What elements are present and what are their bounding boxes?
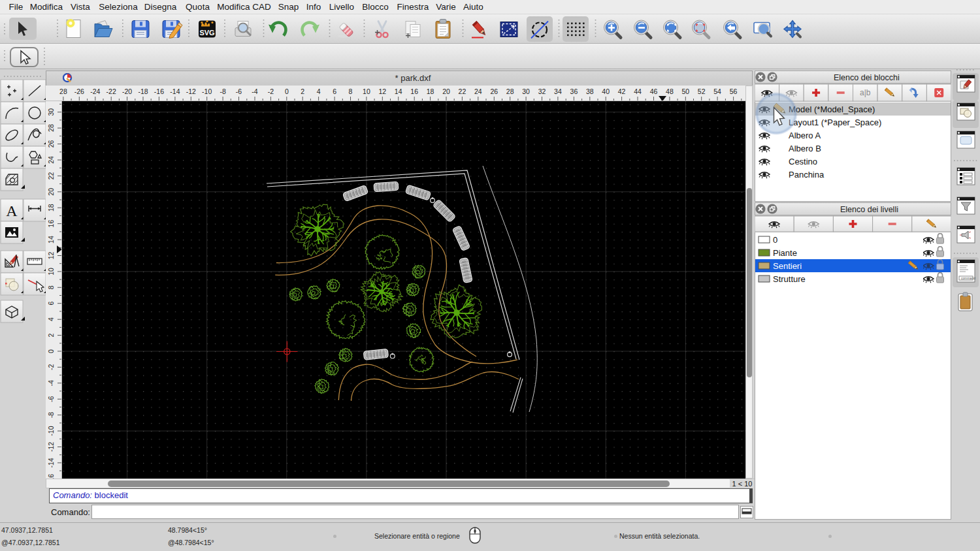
svg-text:-24: -24 <box>90 87 100 95</box>
svg-text:18: 18 <box>427 87 434 95</box>
svg-text:-6: -6 <box>47 396 55 401</box>
svg-text:A: A <box>6 202 18 219</box>
svg-text:38: 38 <box>586 87 594 95</box>
svg-text:26: 26 <box>490 87 498 95</box>
svg-text:4: 4 <box>317 87 321 95</box>
svg-text:6: 6 <box>333 87 336 95</box>
svg-text:48: 48 <box>666 87 674 95</box>
svg-text:-6: -6 <box>236 87 242 95</box>
svg-text:28: 28 <box>506 87 514 95</box>
svg-text:-4: -4 <box>252 87 257 95</box>
svg-text:22: 22 <box>459 87 466 95</box>
svg-text:18: 18 <box>47 204 55 212</box>
svg-text:54: 54 <box>713 87 721 95</box>
svg-text:36: 36 <box>570 87 578 95</box>
svg-text:20: 20 <box>442 87 450 95</box>
svg-text:-26: -26 <box>74 87 84 95</box>
svg-text:-8: -8 <box>220 87 225 95</box>
svg-text:8: 8 <box>47 285 55 289</box>
svg-text:10: 10 <box>47 268 55 276</box>
svg-text:2: 2 <box>301 87 304 95</box>
svg-text:12: 12 <box>47 252 55 260</box>
svg-text:-8: -8 <box>47 412 55 418</box>
svg-text:SVG: SVG <box>199 29 214 37</box>
svg-text:-10: -10 <box>47 426 55 435</box>
svg-text:-20: -20 <box>122 87 132 95</box>
svg-text:52: 52 <box>698 87 706 95</box>
svg-text:-16: -16 <box>154 87 164 95</box>
svg-text:-12: -12 <box>186 87 196 95</box>
svg-text:-10: -10 <box>202 87 212 95</box>
svg-text:34: 34 <box>554 87 562 95</box>
svg-text:command: command <box>961 276 975 280</box>
svg-text:a|b: a|b <box>860 88 871 97</box>
svg-text:10: 10 <box>363 87 370 95</box>
svg-text:30: 30 <box>47 108 55 116</box>
svg-text:14: 14 <box>395 87 402 95</box>
svg-text:-18: -18 <box>138 87 148 95</box>
svg-text:-14: -14 <box>47 458 55 467</box>
svg-text:12: 12 <box>378 87 386 95</box>
svg-text:0: 0 <box>47 349 55 353</box>
svg-text:-2: -2 <box>47 364 55 370</box>
svg-text:2: 2 <box>47 334 55 338</box>
svg-text:16: 16 <box>47 220 55 228</box>
svg-text:50: 50 <box>681 87 689 95</box>
svg-text:28: 28 <box>59 87 67 95</box>
svg-text:4: 4 <box>47 317 55 321</box>
svg-text:-16: -16 <box>47 474 55 479</box>
svg-text:30: 30 <box>522 87 530 95</box>
svg-text:42: 42 <box>618 87 626 95</box>
svg-text:26: 26 <box>47 140 55 148</box>
svg-text:24: 24 <box>47 156 55 164</box>
svg-text:24: 24 <box>474 87 482 95</box>
svg-text:46: 46 <box>650 87 658 95</box>
svg-text:22: 22 <box>47 172 55 180</box>
svg-text:-4: -4 <box>47 380 55 386</box>
svg-text:-14: -14 <box>170 87 180 95</box>
svg-text:6: 6 <box>47 302 55 306</box>
svg-text:0: 0 <box>285 87 289 95</box>
svg-text:28: 28 <box>47 124 55 132</box>
svg-text:-12: -12 <box>47 442 55 452</box>
svg-text:20: 20 <box>47 188 55 196</box>
svg-text:8: 8 <box>349 87 353 95</box>
svg-text:40: 40 <box>602 87 610 95</box>
svg-text:56: 56 <box>730 87 738 95</box>
svg-text:14: 14 <box>47 236 55 244</box>
svg-text:16: 16 <box>410 87 418 95</box>
svg-text:32: 32 <box>538 87 546 95</box>
svg-text:-22: -22 <box>106 87 116 95</box>
svg-text:-2: -2 <box>268 87 274 95</box>
svg-text:44: 44 <box>634 87 642 95</box>
